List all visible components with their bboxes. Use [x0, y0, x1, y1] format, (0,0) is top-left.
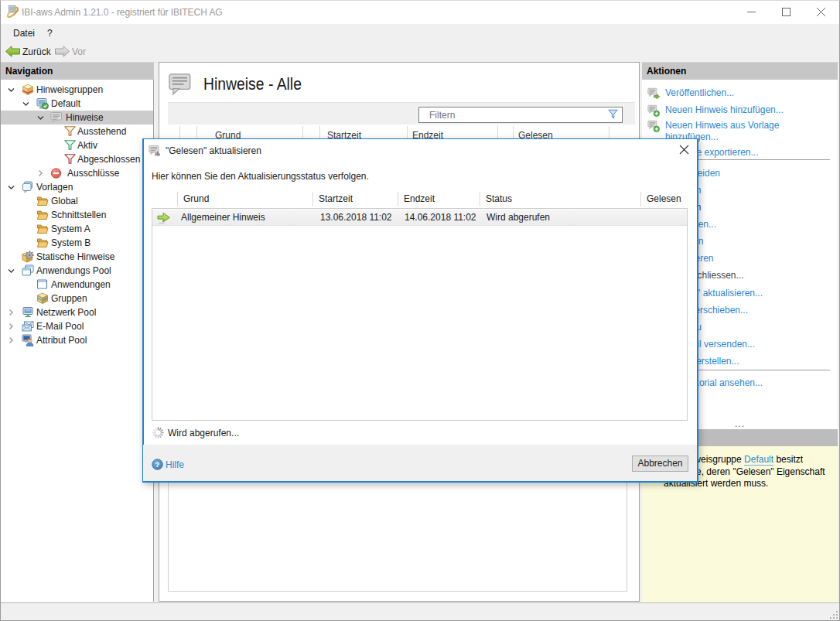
svg-text:?: ?	[155, 460, 160, 469]
